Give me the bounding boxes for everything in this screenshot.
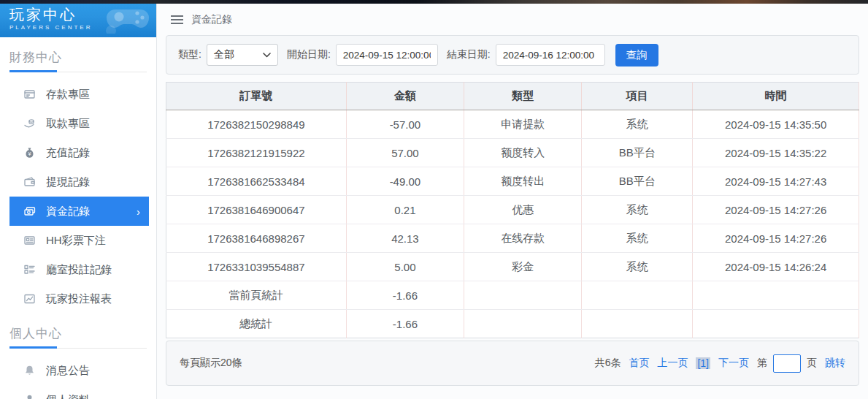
jump-page-input[interactable]: [773, 354, 801, 373]
summary-row-current-page: 當前頁統計 -1.66: [166, 281, 859, 310]
sidebar: 玩家中心 PLAYERS CENTER 財務中心 存款專區: [0, 0, 157, 399]
breadcrumb: 資金記錄: [191, 13, 232, 26]
next-page-link[interactable]: 下一页: [718, 357, 749, 370]
table-cell: 總統計: [166, 310, 347, 338]
table-cell: 额度转出: [464, 167, 582, 196]
end-date-input[interactable]: [496, 44, 605, 66]
sidebar-item-label: 玩家投注報表: [46, 292, 112, 306]
sidebar-item-player-bet-report[interactable]: 玩家投注報表: [0, 284, 156, 314]
jump-button[interactable]: 跳转: [825, 357, 845, 370]
table-cell: BB平台: [582, 139, 693, 167]
table-cell: -49.00: [346, 167, 464, 196]
table-row: 1726382150298849 -57.00 申请提款 系统 2024-09-…: [166, 110, 859, 139]
top-banner-strip: [0, 0, 868, 4]
section-rule: [9, 348, 147, 349]
money-bag-icon: ¥: [23, 147, 36, 159]
sidebar-item-funds-records[interactable]: 資金記錄 ›: [9, 197, 149, 226]
sidebar-item-profile[interactable]: 個人資料: [0, 385, 156, 399]
table-cell: 2024-09-15 14:35:22: [693, 139, 859, 167]
main-content: 資金記錄 類型: 全部 開始日期: 結束日期: 查詢 訂單號: [157, 0, 868, 399]
table-cell: 2024-09-15 14:27:43: [693, 167, 859, 196]
sidebar-item-withdrawal-records[interactable]: 提現記錄: [0, 167, 156, 197]
table-cell: [464, 310, 582, 338]
table-cell: 2024-09-15 14:26:24: [693, 253, 859, 281]
chevron-down-icon: [263, 53, 271, 58]
summary-row-total: 總統計 -1.66: [166, 310, 859, 338]
topbar: 資金記錄: [166, 4, 859, 35]
gamepad-icon: [104, 3, 152, 37]
table-cell: 申请提款: [464, 110, 582, 139]
table-cell: 1726381646900647: [166, 196, 347, 224]
deposit-icon: [23, 88, 36, 100]
section-rule: [9, 72, 147, 72]
table-row: 1726381646900647 0.21 优惠 系统 2024-09-15 1…: [166, 196, 859, 224]
personal-nav: 消息公告 個人資料: [0, 356, 156, 399]
type-select[interactable]: 全部: [207, 44, 278, 66]
table-cell: 1726382121915922: [166, 139, 347, 167]
table-cell: 當前頁統計: [166, 281, 347, 310]
sidebar-item-label: 個人資料: [46, 393, 90, 399]
first-page-link[interactable]: 首页: [629, 357, 649, 370]
prev-page-link[interactable]: 上一页: [657, 357, 688, 370]
section-title-personal: 個人中心: [9, 325, 147, 342]
finance-nav: 存款專區 取款專區 ¥ 充值記錄 提現記錄: [0, 80, 156, 314]
table-cell: -57.00: [346, 110, 464, 139]
chevron-right-icon: ›: [137, 205, 140, 218]
table-cell: [693, 281, 859, 310]
total-count: 共6条: [595, 357, 621, 370]
section-title-finance: 財務中心: [9, 49, 147, 66]
jump-prefix-label: 第: [757, 357, 767, 370]
table-cell: 系统: [582, 224, 693, 253]
table-header-row: 訂單號 金額 類型 項目 時間: [166, 83, 859, 110]
hand-money-icon: [23, 118, 36, 129]
table-cell: [582, 310, 693, 338]
start-date-label: 開始日期:: [287, 48, 331, 61]
sidebar-item-label: 廳室投註記錄: [46, 263, 112, 277]
jump-suffix-label: 页: [807, 357, 817, 370]
sidebar-item-label: 充值記錄: [46, 146, 90, 160]
table-cell: -1.66: [346, 281, 464, 310]
sidebar-item-withdraw-zone[interactable]: 取款專區: [0, 109, 156, 138]
sidebar-item-recharge-records[interactable]: ¥ 充值記錄: [0, 138, 156, 167]
sidebar-item-announcements[interactable]: 消息公告: [0, 356, 156, 385]
hamburger-menu-icon[interactable]: [171, 15, 183, 25]
table-cell: 额度转入: [464, 139, 582, 167]
banknotes-icon: [23, 205, 36, 217]
current-page-indicator: [1]: [696, 357, 710, 369]
sidebar-item-label: 取款專區: [46, 117, 90, 131]
table-cell: 优惠: [464, 196, 582, 224]
wallet-icon: [23, 176, 36, 188]
table-cell: 5.00: [346, 253, 464, 281]
column-header-item: 項目: [582, 83, 693, 110]
start-date-input[interactable]: [336, 44, 438, 66]
table-row: 1726382121915922 57.00 额度转入 BB平台 2024-09…: [166, 139, 859, 167]
sidebar-item-hh-lottery-bets[interactable]: HH彩票下注: [0, 226, 156, 255]
table-cell: [693, 310, 859, 338]
column-header-amount: 金額: [346, 83, 464, 110]
table-row: 1726381662533484 -49.00 额度转出 BB平台 2024-0…: [166, 167, 859, 196]
table-cell: 2024-09-15 14:35:50: [693, 110, 859, 139]
sidebar-item-label: HH彩票下注: [46, 234, 106, 248]
person-icon: [23, 394, 36, 399]
sidebar-item-room-bet-records[interactable]: 廳室投註記錄: [0, 255, 156, 284]
document-icon: [23, 235, 36, 246]
table-cell: 在线存款: [464, 224, 582, 253]
table-cell: 1726381662533484: [166, 167, 347, 196]
app-logo: 玩家中心 PLAYERS CENTER: [0, 0, 156, 37]
column-header-type: 類型: [464, 83, 582, 110]
filter-panel: 類型: 全部 開始日期: 結束日期: 查詢: [166, 35, 859, 75]
table-row: 1726331039554887 5.00 彩金 系统 2024-09-15 1…: [166, 253, 859, 281]
table-cell: 2024-09-15 14:27:26: [693, 224, 859, 253]
type-select-value: 全部: [214, 48, 234, 61]
sidebar-item-deposit-zone[interactable]: 存款專區: [0, 80, 156, 109]
records-table: 訂單號 金額 類型 項目 時間 1726382150298849 -57.00 …: [166, 82, 859, 338]
sidebar-item-label: 存款專區: [46, 88, 90, 102]
end-date-label: 結束日期:: [447, 48, 491, 61]
page-size-text: 每頁顯示20條: [180, 357, 242, 370]
pager: 共6条 首页 上一页 [1] 下一页 第 页 跳转: [595, 354, 845, 373]
svg-text:¥: ¥: [28, 151, 31, 157]
records-table-container: 訂單號 金額 類型 項目 時間 1726382150298849 -57.00 …: [166, 82, 859, 338]
sidebar-item-label: 消息公告: [46, 364, 90, 378]
query-button[interactable]: 查詢: [615, 44, 658, 66]
bell-icon: [23, 365, 36, 376]
